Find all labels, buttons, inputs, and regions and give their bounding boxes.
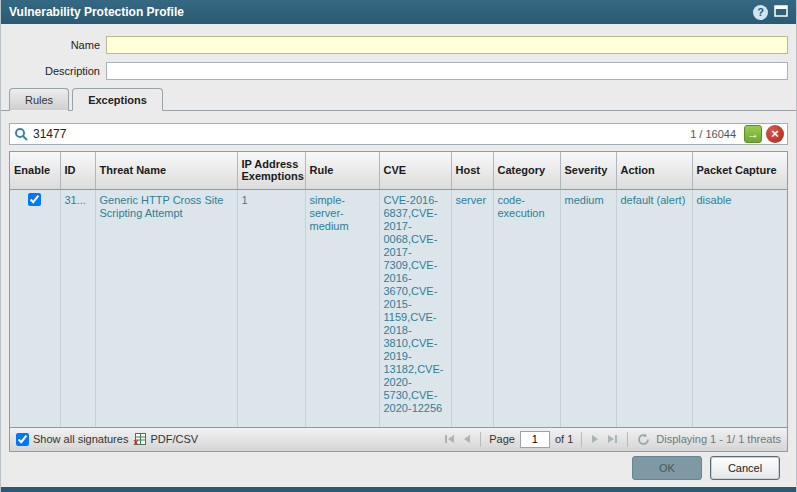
page-of-label: of 1 (555, 433, 573, 445)
exceptions-table: Enable ID Threat Name IP Address Exempti… (10, 152, 787, 427)
page-label: Page (489, 433, 515, 445)
page-number-input[interactable] (520, 431, 550, 448)
column-header-packet-capture[interactable]: Packet Capture (692, 152, 787, 189)
table-row: 31... Generic HTTP Cross Site Scripting … (10, 189, 787, 419)
empty-grid-area (10, 419, 787, 427)
column-header-threat-name[interactable]: Threat Name (95, 152, 237, 189)
help-icon[interactable]: ? (753, 5, 768, 20)
search-input[interactable] (33, 125, 686, 143)
cve-cell: CVE-2016-6837,CVE-2017-0068,CVE-2017-730… (379, 189, 451, 419)
category-cell: code-execution (493, 189, 560, 419)
cancel-button[interactable]: Cancel (710, 456, 780, 480)
first-page-button[interactable] (443, 434, 456, 444)
ip-exemptions-cell: 1 (237, 189, 305, 419)
search-clear-button[interactable]: × (766, 125, 784, 143)
enable-cell (10, 189, 60, 419)
next-page-button[interactable] (590, 434, 601, 444)
last-page-button[interactable] (606, 434, 619, 444)
threat-name-link[interactable]: Generic HTTP Cross Site Scripting Attemp… (95, 189, 237, 419)
pdf-csv-export[interactable]: x PDF/CSV (133, 432, 198, 446)
tab-strip: Rules Exceptions (1, 88, 796, 111)
threat-id-link[interactable]: 31... (60, 189, 95, 419)
profile-form: Name Description (1, 24, 796, 80)
search-icon[interactable] (14, 127, 29, 142)
description-input[interactable] (106, 62, 788, 80)
svg-text:x: x (134, 437, 139, 446)
description-row: Description (1, 62, 788, 80)
dialog-titlebar: Vulnerability Protection Profile ? (1, 0, 796, 24)
tab-exceptions[interactable]: Exceptions (72, 88, 163, 111)
grid-footer-toolbar: Show all signatures x PDF/CSV Page of 1 (10, 427, 787, 451)
show-all-signatures-label: Show all signatures (33, 433, 128, 445)
show-all-signatures: Show all signatures (16, 433, 128, 446)
search-go-button[interactable]: → (744, 125, 762, 143)
vulnerability-protection-profile-dialog: Vulnerability Protection Profile ? Name … (0, 0, 797, 492)
action-cell: default (alert) (616, 189, 692, 419)
displaying-count-text: Displaying 1 - 1/ 1 threats (656, 433, 781, 445)
name-label: Name (1, 39, 106, 51)
previous-page-button[interactable] (461, 434, 472, 444)
column-header-cve[interactable]: CVE (379, 152, 451, 189)
search-result-count: 1 / 16044 (690, 128, 736, 140)
dialog-buttons: OK Cancel (632, 456, 780, 480)
column-header-rule[interactable]: Rule (305, 152, 379, 189)
column-header-severity[interactable]: Severity (560, 152, 616, 189)
pdf-csv-label: PDF/CSV (150, 433, 198, 445)
refresh-icon[interactable] (636, 433, 651, 446)
pdf-csv-icon: x (133, 432, 147, 446)
titlebar-icons: ? (753, 5, 788, 20)
packet-capture-cell: disable (692, 189, 787, 419)
column-header-host[interactable]: Host (451, 152, 493, 189)
tab-rules[interactable]: Rules (9, 88, 69, 111)
host-cell: server (451, 189, 493, 419)
rule-cell: simple-server-medium (305, 189, 379, 419)
name-row: Name (1, 36, 788, 54)
ok-button[interactable]: OK (632, 456, 702, 480)
name-input[interactable] (106, 36, 788, 54)
column-header-enable[interactable]: Enable (10, 152, 60, 189)
dialog-bottom-edge (1, 487, 796, 492)
description-label: Description (1, 65, 106, 77)
column-header-ip-address-exemptions[interactable]: IP Address Exemptions (237, 152, 305, 189)
enable-checkbox[interactable] (28, 193, 41, 206)
dialog-title: Vulnerability Protection Profile (9, 5, 184, 19)
column-header-id[interactable]: ID (60, 152, 95, 189)
severity-cell: medium (560, 189, 616, 419)
exceptions-grid: Enable ID Threat Name IP Address Exempti… (9, 151, 788, 452)
column-header-action[interactable]: Action (616, 152, 692, 189)
show-all-signatures-checkbox[interactable] (16, 433, 29, 446)
dock-window-icon[interactable] (774, 5, 788, 19)
column-header-category[interactable]: Category (493, 152, 560, 189)
search-bar: 1 / 16044 → × (9, 123, 788, 145)
table-header-row: Enable ID Threat Name IP Address Exempti… (10, 152, 787, 189)
